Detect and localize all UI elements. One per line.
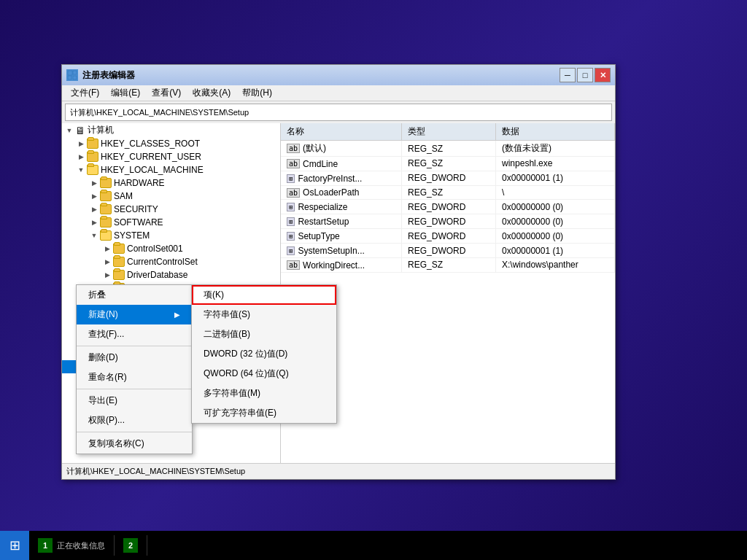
tree-item-hardware[interactable]: ▶ HARDWARE [62,176,280,190]
address-bar: 计算机\HKEY_LOCAL_MACHINE\SYSTEM\Setup [65,104,612,121]
close-button[interactable]: ✕ [595,68,611,82]
context-menu-copy-name-label: 复制项名称(C) [88,438,144,450]
window-title: 注册表编辑器 [82,69,555,82]
maximize-button[interactable]: □ [577,68,593,82]
tree-item-security[interactable]: ▶ SECURITY [62,203,280,216]
submenu: 项(K) 字符串值(S) 二进制值(B) DWORD (32 位)值(D) QW… [191,284,337,424]
submenu-item-dword32-label: DWORD (32 位)值(D) [204,349,287,359]
tree-label-software: SOFTWARE [114,217,163,228]
submenu-item-expandstring-label: 可扩充字符串值(E) [204,408,276,418]
taskbar-start-button[interactable]: ⊞ [0,531,29,560]
table-row[interactable]: ab CmdLineREG_SZwinpeshl.exe [281,157,615,171]
tree-item-driverdatabase[interactable]: ▶ DriverDatabase [62,268,280,281]
toggle-current-user[interactable]: ▶ [75,151,87,163]
submenu-item-key[interactable]: 项(K) [192,285,336,305]
col-type: 类型 [402,123,496,141]
toggle-computer[interactable]: ▼ [63,125,75,136]
toggle-classes-root[interactable]: ▶ [75,138,87,149]
folder-icon-currentcontrolset [113,257,125,267]
toggle-local-machine[interactable]: ▼ [75,164,87,176]
tree-item-system[interactable]: ▼ SYSTEM [62,229,280,242]
cell-data: 0x00000000 (0) [496,214,615,229]
table-row[interactable]: ⊞ FactoryPreInst...REG_DWORD0x00000001 (… [281,171,615,185]
submenu-item-string[interactable]: 字符串值(S) [192,305,336,324]
table-row[interactable]: ⊞ RestartSetupREG_DWORD0x00000000 (0) [281,214,615,229]
cell-data: 0x00000000 (0) [496,200,615,214]
context-menu-collapse[interactable]: 折叠 [77,285,192,305]
context-menu-collapse-label: 折叠 [88,289,106,301]
table-row[interactable]: ab WorkingDirect...REG_SZX:\windows\pant… [281,258,615,273]
cell-type: REG_SZ [402,157,496,171]
toggle-security[interactable]: ▶ [88,203,100,215]
tree-item-classes-root[interactable]: ▶ HKEY_CLASSES_ROOT [62,137,280,150]
tree-item-local-machine[interactable]: ▼ HKEY_LOCAL_MACHINE [62,163,280,176]
tree-item-controlset001[interactable]: ▶ ControlSet001 [62,242,280,255]
tree-label-computer: 计算机 [88,124,114,136]
tree-item-currentcontrolset[interactable]: ▶ CurrentControlSet [62,255,280,268]
submenu-item-multistring[interactable]: 多字符串值(M) [192,384,336,403]
table-row[interactable]: ⊞ RespecializeREG_DWORD0x00000000 (0) [281,200,615,214]
table-row[interactable]: ⊞ SetupTypeREG_DWORD0x00000000 (0) [281,229,615,244]
context-menu-delete-label: 删除(D) [88,351,118,364]
submenu-item-dword32[interactable]: DWORD (32 位)值(D) [192,344,336,364]
toggle-controlset001[interactable]: ▶ [101,243,113,254]
folder-icon-classes-root [87,139,98,149]
taskbar-item-1[interactable]: 1 正在收集信息 [29,535,115,556]
cell-type: REG_SZ [402,258,496,273]
cell-data: 0x00000001 (1) [496,244,615,258]
svg-rect-0 [68,71,72,75]
context-menu-rename-label: 重命名(R) [88,371,127,384]
submenu-arrow-new: ▶ [174,311,180,319]
toggle-system[interactable]: ▼ [88,230,100,241]
tree-item-computer[interactable]: ▼ 🖥 计算机 [62,123,280,137]
menu-edit[interactable]: 编辑(E) [105,85,146,101]
svg-rect-1 [73,71,77,74]
toggle-driverdatabase[interactable]: ▶ [101,269,113,281]
cell-type: REG_SZ [402,185,496,200]
context-menu-export[interactable]: 导出(E) [77,391,192,411]
toggle-currentcontrolset[interactable]: ▶ [101,256,113,268]
taskbar-item-1-text: 正在收集信息 [57,540,105,551]
toggle-hardware[interactable]: ▶ [88,177,100,189]
folder-icon-controlset001 [113,244,125,254]
svg-rect-3 [73,76,77,79]
cell-type: REG_SZ [402,141,496,157]
context-menu-delete[interactable]: 删除(D) [77,348,192,368]
tree-item-software[interactable]: ▶ SOFTWARE [62,216,280,229]
submenu-item-qword64[interactable]: QWORD (64 位)值(Q) [192,364,336,384]
table-row[interactable]: ⊞ SystemSetupIn...REG_DWORD0x00000001 (1… [281,244,615,258]
context-menu-sep1 [77,346,192,346]
tree-item-sam[interactable]: ▶ SAM [62,190,280,203]
menu-view[interactable]: 查看(V) [146,85,187,101]
table-row[interactable]: ab (默认)REG_SZ(数值未设置) [281,141,615,157]
folder-icon-local-machine [87,165,98,175]
tree-label-sam: SAM [114,191,133,201]
submenu-item-binary[interactable]: 二进制值(B) [192,324,336,344]
context-menu-rename[interactable]: 重命名(R) [77,368,192,387]
svg-rect-2 [68,76,71,79]
cell-type: REG_DWORD [402,244,496,258]
toggle-sam[interactable]: ▶ [88,190,100,202]
toggle-software[interactable]: ▶ [88,217,100,228]
minimize-button[interactable]: ─ [560,68,576,82]
context-menu-permissions[interactable]: 权限(P)... [77,411,192,430]
context-menu-copy-name[interactable]: 复制项名称(C) [77,434,192,454]
menu-favorites[interactable]: 收藏夹(A) [187,85,236,101]
context-menu-find[interactable]: 查找(F)... [77,324,192,344]
tree-item-current-user[interactable]: ▶ HKEY_CURRENT_USER [62,150,280,163]
taskbar-item-2[interactable]: 2 [115,535,147,556]
menu-help[interactable]: 帮助(H) [236,85,278,101]
cell-name: ⊞ Respecialize [281,200,402,214]
context-menu-new[interactable]: 新建(N) ▶ [77,305,192,324]
table-row[interactable]: ab OsLoaderPathREG_SZ\ [281,185,615,200]
submenu-item-expandstring[interactable]: 可扩充字符串值(E) [192,403,336,423]
menu-file[interactable]: 文件(F) [65,85,105,101]
cell-data: 0x00000001 (1) [496,171,615,185]
cell-name: ⊞ SetupType [281,229,402,244]
folder-icon-security [100,204,112,214]
tree-label-security: SECURITY [114,204,158,214]
folder-icon-system [100,230,112,241]
submenu-item-string-label: 字符串值(S) [204,309,250,319]
status-text: 计算机\HKEY_LOCAL_MACHINE\SYSTEM\Setup [66,466,245,477]
taskbar: ⊞ 1 正在收集信息 2 [0,531,747,560]
